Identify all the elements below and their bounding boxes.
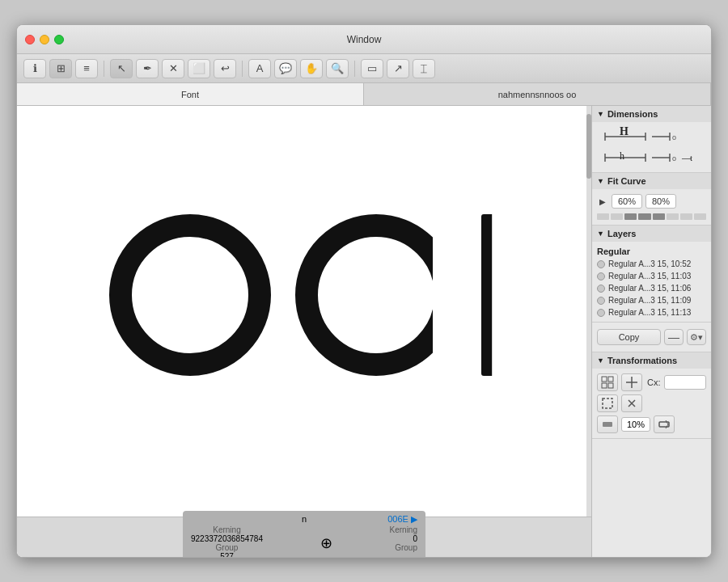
list-item[interactable]: Regular A...3 15, 11:06 [597,282,706,294]
transform-row-1: Cx: [597,373,706,391]
minus-button[interactable]: — [664,329,684,345]
fit-curve-play[interactable]: ▶ [597,196,608,207]
transformations-content: Cx: [592,369,711,438]
right-panel: ▼ Dimensions H o [591,106,711,557]
pen-icon: ✒ [143,62,152,74]
list-item[interactable]: Regular A...3 15, 11:13 [597,306,706,318]
layer-dot-2 [597,272,605,280]
window-title: Window [347,34,382,45]
maximize-button[interactable] [54,35,64,44]
layers-header[interactable]: ▼ Layers [592,226,711,242]
anchor-tool[interactable]: ↗ [387,59,409,78]
separator-1 [104,61,104,77]
undo-button[interactable]: ↩ [214,59,236,78]
seg-8 [694,213,706,220]
dimensions-triangle: ▼ [597,110,604,118]
letter-o-circle-2 [295,214,457,376]
svg-text:t: t [690,153,692,162]
transformations-header[interactable]: ▼ Transformations [592,352,711,369]
scrollbar-thumb[interactable] [586,114,591,179]
measure-tool[interactable]: ▭ [361,59,383,78]
fit-slider[interactable] [597,213,706,220]
layer-name-2: Regular A...3 15, 11:03 [608,272,691,280]
component-tool[interactable]: ⌶ [413,59,435,78]
list-icon: ≡ [83,62,90,74]
select-tool[interactable]: ↖ [110,59,133,78]
seg-4 [638,213,650,220]
balloon-tool[interactable]: 💬 [274,59,297,78]
transform-zoom-input[interactable] [621,417,650,432]
tab-nahmenn[interactable]: nahmennsnnoos oo [364,83,711,105]
transform-btn-1[interactable] [597,373,618,391]
eraser-icon: ✕ [169,62,178,74]
scrollbar-vertical[interactable] [586,106,591,517]
group-left-label: Group [191,543,263,552]
transformations-section: ▼ Transformations Cx: [592,352,711,439]
list-item[interactable]: Regular A...3 15, 11:09 [597,294,706,306]
fit-input-2[interactable] [645,194,676,209]
fit-input-1[interactable] [612,194,642,209]
dimensions-header[interactable]: ▼ Dimensions [592,106,711,122]
measure-icon: ▭ [367,62,377,74]
eraser-tool[interactable]: ✕ [162,59,184,78]
minimize-button[interactable] [40,35,49,44]
layers-triangle: ▼ [597,230,604,238]
fit-curve-inputs: ▶ [597,194,706,209]
kerning-right-block: Kerning 0 Group [390,525,417,558]
list-item[interactable]: Regular A...3 15, 11:03 [597,270,706,282]
group-left-val: 527 [191,552,263,558]
unicode-value: 006E ▶ [387,514,417,525]
fit-curve-label: Fit Curve [607,176,646,186]
transform-zoom-btn-2[interactable] [654,415,675,433]
letter-bar [481,214,499,376]
tab-font[interactable]: Font [17,83,364,105]
rect-tool[interactable]: ⬜ [188,59,210,78]
hand-tool[interactable]: ✋ [300,59,323,78]
info-button[interactable]: ℹ [23,59,46,78]
svg-rect-16 [602,377,607,382]
layers-section: ▼ Layers Regular Regular A...3 15, 10:52… [592,226,711,323]
letter-o-circle-1 [109,214,271,376]
kerning-left-val: 9223372036854784 [191,534,263,543]
list-button[interactable]: ≡ [75,59,98,78]
svg-rect-18 [602,383,607,388]
seg-3 [624,213,637,220]
transformations-label: Transformations [607,356,677,365]
seg-1 [597,213,609,220]
glyph-circles [109,214,499,376]
grid-button[interactable]: ⊞ [49,59,72,78]
transform-zoom-btn-1[interactable] [597,415,618,433]
transform-zoom-row [597,415,706,433]
seg-2 [611,213,623,220]
cx-input[interactable] [664,375,707,390]
separator-3 [354,61,355,77]
transform-btn-2[interactable] [621,373,642,391]
transform-btn-3[interactable] [597,394,618,412]
layer-dot-1 [597,260,605,268]
layer-dot-5 [597,309,605,317]
transform-btn-4[interactable] [621,394,642,412]
text-tool[interactable]: A [248,59,271,78]
main-content: n 006E ▶ Kerning 9223372036854784 Group … [17,106,711,557]
canvas-area[interactable]: n 006E ▶ Kerning 9223372036854784 Group … [17,106,591,557]
fit-curve-section: ▼ Fit Curve ▶ [592,173,711,226]
list-item[interactable]: Regular A...3 15, 10:52 [597,258,706,270]
balloon-icon: 💬 [279,62,292,74]
traffic-lights [25,35,64,44]
pen-tool[interactable]: ✒ [136,59,159,78]
layers-label: Layers [607,229,636,238]
svg-rect-19 [608,383,613,388]
separator-2 [242,61,243,77]
close-button[interactable] [25,35,35,44]
svg-rect-23 [603,422,612,427]
component-icon: ⌶ [421,62,427,74]
copy-button[interactable]: Copy [597,329,661,345]
info-icon: ℹ [33,62,37,74]
zoom-tool[interactable]: 🔍 [326,59,349,78]
gear-button[interactable]: ⚙▾ [687,329,706,345]
fit-curve-header[interactable]: ▼ Fit Curve [592,173,711,189]
svg-text:h: h [620,150,624,162]
transformations-triangle: ▼ [597,356,604,365]
zoom-icon: 🔍 [331,62,344,74]
seg-6 [667,213,679,220]
